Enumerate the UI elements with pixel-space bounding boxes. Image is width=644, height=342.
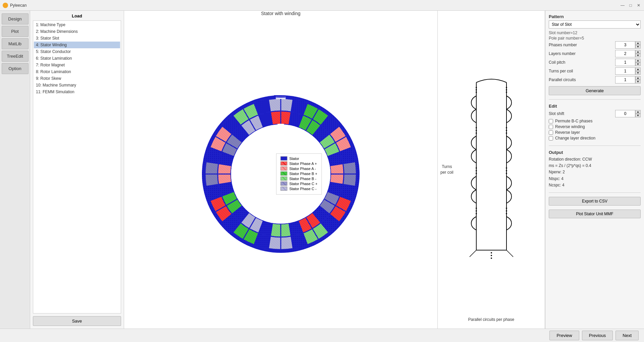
svg-point-62 bbox=[506, 132, 507, 134]
legend-label-a-minus: Stator Phase A - bbox=[289, 167, 316, 171]
layers-up[interactable]: ▲ bbox=[635, 50, 641, 54]
turns-per-coil-label: Turnsper coil bbox=[440, 164, 453, 175]
slot-shift-spinner[interactable]: ▲ ▼ bbox=[615, 110, 641, 117]
svg-point-73 bbox=[506, 210, 507, 212]
svg-point-64 bbox=[476, 170, 477, 171]
right-panel: Pattern Star of Slot Slot number=12 Pole… bbox=[545, 11, 644, 329]
load-item-1[interactable]: 1: Machine Type bbox=[34, 21, 120, 28]
slot-shift-input[interactable] bbox=[615, 110, 635, 117]
phases-spinner[interactable]: ▲ ▼ bbox=[615, 41, 641, 49]
svg-point-54 bbox=[506, 87, 507, 88]
generate-button[interactable]: Generate bbox=[549, 86, 641, 95]
reverse-layer-checkbox[interactable] bbox=[549, 130, 553, 135]
app-icon bbox=[3, 3, 8, 8]
parallel-up[interactable]: ▲ bbox=[635, 76, 641, 80]
load-item-4[interactable]: 4: Stator Winding bbox=[34, 42, 120, 48]
sidebar-item-treeedit[interactable]: TreeEdit bbox=[2, 51, 29, 62]
app-title: Pyleecan bbox=[10, 3, 620, 8]
svg-point-58 bbox=[476, 130, 477, 131]
load-list[interactable]: 1: Machine Type 2: Machine Dimensions 3:… bbox=[33, 20, 121, 314]
save-button[interactable]: Save bbox=[33, 316, 121, 326]
coil-pitch-up[interactable]: ▲ bbox=[635, 59, 641, 62]
slot-shift-up[interactable]: ▲ bbox=[635, 110, 641, 114]
slot-shift-down[interactable]: ▼ bbox=[635, 114, 641, 117]
phases-arrows[interactable]: ▲ ▼ bbox=[635, 41, 641, 49]
phases-input[interactable] bbox=[615, 41, 635, 49]
reverse-winding-label[interactable]: Reverse winding bbox=[555, 124, 585, 129]
phases-down[interactable]: ▼ bbox=[635, 45, 641, 49]
turns-down[interactable]: ▼ bbox=[635, 71, 641, 75]
coil-pitch-arrows[interactable]: ▲ ▼ bbox=[635, 59, 641, 66]
svg-point-52 bbox=[476, 89, 477, 91]
parallel-input[interactable] bbox=[615, 76, 635, 83]
preview-button[interactable]: Preview bbox=[549, 331, 579, 340]
export-csv-button[interactable]: Export to CSV bbox=[549, 197, 641, 206]
reverse-layer-label[interactable]: Reverse layer bbox=[555, 130, 580, 135]
legend-color-a-minus bbox=[280, 167, 287, 171]
parallel-spinner[interactable]: ▲ ▼ bbox=[615, 76, 641, 83]
sidebar-item-matlib[interactable]: MatLib bbox=[2, 38, 29, 49]
svg-point-57 bbox=[476, 127, 477, 128]
slot-shift-arrows[interactable]: ▲ ▼ bbox=[635, 110, 641, 117]
layers-arrows[interactable]: ▲ ▼ bbox=[635, 50, 641, 57]
turns-input[interactable] bbox=[615, 67, 635, 75]
load-item-8[interactable]: 8: Rotor Lamination bbox=[34, 68, 120, 75]
footer: Preview Previous Next bbox=[0, 329, 644, 342]
legend-color-c-plus bbox=[280, 182, 287, 186]
close-button[interactable]: ✕ bbox=[636, 3, 641, 8]
next-button[interactable]: Next bbox=[615, 331, 639, 340]
coil-pitch-down[interactable]: ▼ bbox=[635, 62, 641, 66]
winding-diagram bbox=[449, 69, 533, 270]
legend-color-c-minus bbox=[280, 187, 287, 191]
layers-input[interactable] bbox=[615, 50, 635, 57]
reverse-winding-checkbox[interactable] bbox=[549, 125, 553, 129]
change-layer-row: Change layer direction bbox=[549, 136, 641, 140]
coil-pitch-input[interactable] bbox=[615, 59, 635, 66]
svg-point-77 bbox=[491, 258, 492, 259]
plot-stator-button[interactable]: Plot Stator Unit MMF bbox=[549, 210, 641, 218]
load-item-5[interactable]: 5: Stator Conductor bbox=[34, 48, 120, 55]
turns-spinner[interactable]: ▲ ▼ bbox=[615, 67, 641, 75]
change-layer-checkbox[interactable] bbox=[549, 136, 553, 140]
load-item-3[interactable]: 3: Stator Slot bbox=[34, 35, 120, 42]
edit-section: Edit Slot shift ▲ ▼ Permute B-C phases bbox=[549, 104, 641, 141]
phases-up[interactable]: ▲ bbox=[635, 41, 641, 45]
sidebar-item-option[interactable]: Option bbox=[2, 63, 29, 74]
permute-bc-label[interactable]: Permute B-C phases bbox=[555, 119, 592, 123]
svg-point-74 bbox=[506, 213, 507, 214]
parallel-down[interactable]: ▼ bbox=[635, 80, 641, 83]
legend-label-c-minus: Stator Phase C - bbox=[289, 187, 316, 191]
load-item-7[interactable]: 7: Rotor Magnet bbox=[34, 62, 120, 68]
svg-point-56 bbox=[506, 92, 507, 93]
sidebar: Design Plot MatLib TreeEdit Option bbox=[0, 11, 30, 329]
turns-arrows[interactable]: ▲ ▼ bbox=[635, 67, 641, 75]
svg-point-75 bbox=[491, 252, 492, 253]
coil-pitch-spinner[interactable]: ▲ ▼ bbox=[615, 59, 641, 66]
layers-spinner[interactable]: ▲ ▼ bbox=[615, 50, 641, 57]
pattern-section: Pattern Star of Slot Slot number=12 Pole… bbox=[549, 14, 641, 95]
svg-point-61 bbox=[506, 130, 507, 131]
svg-point-63 bbox=[476, 167, 477, 169]
change-layer-label[interactable]: Change layer direction bbox=[555, 136, 595, 140]
main-container: Design Plot MatLib TreeEdit Option Load … bbox=[0, 11, 644, 329]
pattern-dropdown[interactable]: Star of Slot bbox=[549, 20, 641, 28]
legend-phase-a-minus: Stator Phase A - bbox=[280, 167, 317, 171]
turns-up[interactable]: ▲ bbox=[635, 67, 641, 71]
nperw-info: Nperw: 2 bbox=[549, 169, 641, 175]
svg-point-71 bbox=[476, 213, 477, 214]
minimize-button[interactable]: — bbox=[620, 3, 625, 8]
permute-bc-checkbox[interactable] bbox=[549, 119, 553, 123]
parallel-arrows[interactable]: ▲ ▼ bbox=[635, 76, 641, 83]
load-item-11[interactable]: 11: FEMM Simulation bbox=[34, 89, 120, 95]
load-item-2[interactable]: 2: Machine Dimensions bbox=[34, 28, 120, 35]
previous-button[interactable]: Previous bbox=[582, 331, 613, 340]
layers-down[interactable]: ▼ bbox=[635, 54, 641, 57]
maximize-button[interactable]: □ bbox=[628, 3, 633, 8]
load-item-6[interactable]: 6: Stator Lamination bbox=[34, 55, 120, 62]
sidebar-item-design[interactable]: Design bbox=[2, 13, 29, 24]
svg-point-51 bbox=[476, 87, 477, 88]
load-item-9[interactable]: 9: Rotor Skew bbox=[34, 75, 120, 82]
load-item-10[interactable]: 10: Machine Summary bbox=[34, 82, 120, 89]
sidebar-item-plot[interactable]: Plot bbox=[2, 26, 29, 37]
permute-bc-row: Permute B-C phases bbox=[549, 119, 641, 123]
